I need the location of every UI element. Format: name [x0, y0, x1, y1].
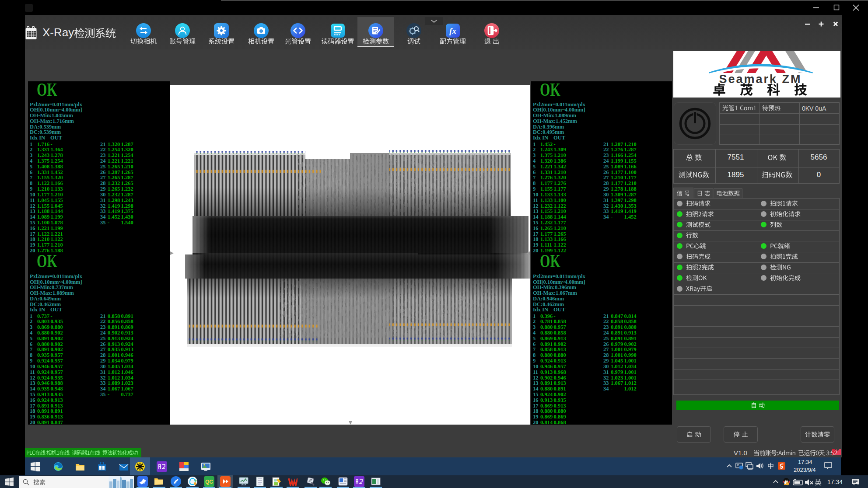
svg-text:QC: QC — [205, 479, 213, 485]
svg-text:fx: fx — [449, 26, 456, 35]
